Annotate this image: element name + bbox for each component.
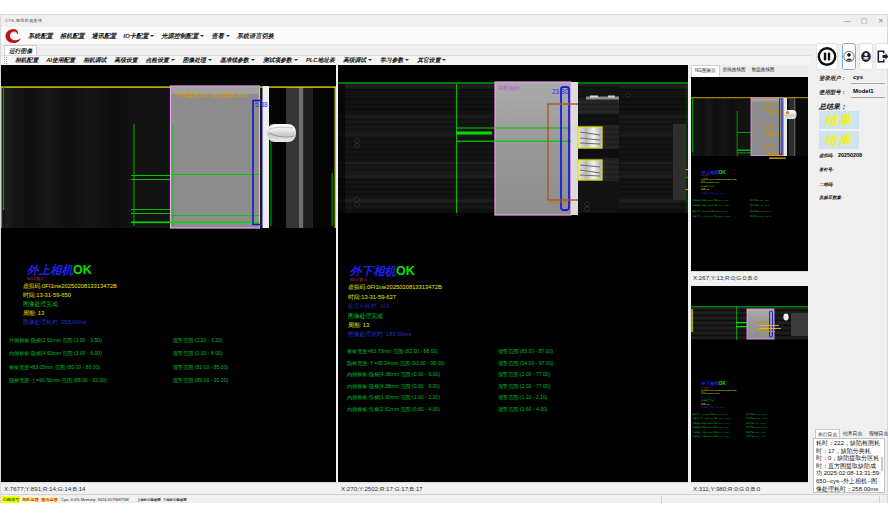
- dropdown-arrow-icon: [405, 59, 409, 61]
- ng-count-text: NG次数:1: [27, 276, 43, 281]
- barcode-text: 虚拟码:0FI1ine2025020813313472B: [23, 282, 117, 289]
- user-login-button[interactable]: [842, 43, 856, 70]
- svg-text:报警范围:(0.00 - 8.00): 报警范围:(0.00 - 8.00): [173, 350, 223, 357]
- dropdown-arrow-icon: [171, 59, 175, 61]
- tool-plc-address[interactable]: PLC地址表: [306, 56, 335, 65]
- svg-text:内侧极板-隐极[4.38mm 范围:(0.00 - 9.00: 内侧极板-隐极[4.38mm 范围:(0.00 - 9.00): [347, 371, 440, 378]
- tab-roi-2: [578, 160, 602, 180]
- blue-measure-value: 23.80: [552, 88, 569, 95]
- process-done-text: 图像处理完成: [23, 300, 58, 308]
- user-lock-button[interactable]: [859, 43, 873, 70]
- menu-item-light-control-config[interactable]: 光源控制配置: [161, 32, 204, 41]
- tab-error-log[interactable]: 报错日志: [867, 429, 888, 438]
- svg-text:外上相机OK: 外上相机OK: [26, 263, 92, 277]
- process-done-text: 图像处理完成: [348, 312, 383, 320]
- menu-item-comm-config[interactable]: 通讯配置: [92, 32, 117, 41]
- tab-line-chart[interactable]: 折线曲线图: [720, 65, 749, 77]
- user-icon: [843, 44, 855, 69]
- dropdown-arrow-icon: [150, 35, 154, 37]
- tool-image-processing[interactable]: 图像处理: [183, 56, 212, 65]
- title-bar: CYS-视觉检测系统 — ▢ ✕: [1, 15, 887, 27]
- maximize-button[interactable]: ▢: [856, 15, 872, 26]
- svg-text:报警范围:(89.00 - 91.00): 报警范围:(89.00 - 91.00): [173, 377, 229, 384]
- tool-advanced-settings[interactable]: 高级设置: [114, 56, 137, 65]
- menu-item-view[interactable]: 查看: [211, 32, 229, 41]
- user-lock-icon: [860, 44, 872, 69]
- ng-count-text: NG次数:0: [350, 277, 366, 282]
- log-scrollbar[interactable]: [881, 457, 883, 471]
- tab-slot-assembly: [578, 86, 619, 213]
- svg-text:报警范围:(2.20 - 3.20): 报警范围:(2.20 - 3.20): [173, 337, 223, 344]
- svg-text:报警范围:(2.00 - 77.00): 报警范围:(2.00 - 77.00): [498, 383, 551, 390]
- tab-data-chart[interactable]: 数据曲线图: [749, 65, 778, 77]
- svg-text:隐极宽度-下=95.24mm 范围:(93.00 - 98.: 隐极宽度-下=95.24mm 范围:(93.00 - 98.00): [693, 416, 732, 420]
- menu-item-io-card-config[interactable]: IO卡配置: [123, 32, 154, 41]
- menu-item-language-switch[interactable]: 系统语言切换: [237, 32, 274, 41]
- svg-text:极板宽度=83.73mm 范围:(82.00 - 88.00: 极板宽度=83.73mm 范围:(82.00 - 88.00): [346, 348, 438, 355]
- svg-text:报警范围:(2.20 - 3.20): 报警范围:(2.20 - 3.20): [750, 198, 770, 202]
- result-badge-lower: 结果: [819, 131, 859, 149]
- svg-text:内侧极板-隐极[4.38mm 范围:(0.00 - 9.00: 内侧极板-隐极[4.38mm 范围:(0.00 - 9.00): [693, 421, 730, 425]
- statusbar-divider: [879, 496, 880, 503]
- ai-box-label: AI检测框: [498, 85, 520, 92]
- tool-camera-debug[interactable]: 相机调试: [83, 56, 106, 65]
- tool-test-item-params[interactable]: 测试项参数: [263, 56, 298, 65]
- camera-name-text: 外下相机: [349, 265, 397, 277]
- svg-text:内侧极板-负极]2.61mm 范围:(0.60 - 4.00: 内侧极板-负极]2.61mm 范围:(0.60 - 4.00): [347, 406, 440, 413]
- svg-text:图像处理完成: 图像处理完成: [701, 184, 715, 188]
- mini-view-lower[interactable]: 外下相机OK NG次数:0 虚拟码:0FI1ine202502081331347…: [691, 286, 808, 482]
- tab-result-log[interactable]: 结果日志: [841, 429, 864, 438]
- log-textarea[interactable]: 耗时：222，缺陷检测耗时：17，缺陷分类耗时：0，缺陷提取分区耗时：直方图提取…: [813, 438, 885, 493]
- tool-other-settings[interactable]: 其它设置: [417, 56, 446, 65]
- svg-text:报警范围:(0.60 - 4.00): 报警范围:(0.60 - 4.00): [498, 406, 548, 413]
- mini-upper-scene: 外上相机OK NG次数:1 虚拟码:0FI1ine202502081331347…: [691, 77, 808, 271]
- menu-items: 系统配置 相机配置 通讯配置 IO卡配置 光源控制配置 查看 系统语言切换: [28, 27, 274, 45]
- mini-view-upper[interactable]: 外上相机OK NG次数:1 虚拟码:0FI1ine202502081331347…: [691, 77, 808, 271]
- camera-upper-scene: 平均阈值:93, 动态阈值:100 5.88 外上相机OK NG次数:1 虚拟码…: [1, 65, 336, 482]
- tool-baseline-params[interactable]: 基准线参数: [220, 56, 255, 65]
- svg-text:内侧极板-负极]2.61mm 范围:(0.60 - 4.00: 内侧极板-负极]2.61mm 范围:(0.60 - 4.00): [693, 435, 730, 438]
- login-user-value[interactable]: cys: [853, 74, 863, 80]
- svg-text:报警范围:(94.00 - 97.00): 报警范围:(94.00 - 97.00): [746, 416, 768, 420]
- vcode-label: 虚拟码:: [819, 153, 834, 158]
- close-button[interactable]: ✕: [873, 15, 888, 26]
- svg-text:极板宽度=83.05mm 范围:(80.00 - 86.00: 极板宽度=83.05mm 范围:(80.00 - 86.00): [8, 364, 100, 371]
- dropdown-arrow-icon: [226, 35, 230, 37]
- camera-view-lower[interactable]: AI检测框 23.80: [338, 65, 688, 482]
- svg-text:报警范围:(2.00 - 77.00): 报警范围:(2.00 - 77.00): [498, 371, 551, 378]
- comm-connect-badge: 通讯连接: [41, 496, 58, 503]
- camera-lower-scene: AI检测框 23.80: [338, 65, 688, 482]
- qr-code-label: 二维码:: [819, 182, 834, 187]
- menu-item-camera-config[interactable]: 相机配置: [60, 32, 85, 41]
- tab-ng-image[interactable]: NG图展示: [691, 65, 720, 77]
- tab-roi-1: [578, 127, 602, 148]
- app-window: CYS-视觉检测系统 — ▢ ✕ 系统配置 相机配置 通讯配置 IO卡配置 光源…: [0, 14, 888, 503]
- minimize-button[interactable]: —: [839, 15, 855, 26]
- svg-text:极板宽度=83.73mm 范围:(82.00 - 88.00: 极板宽度=83.73mm 范围:(82.00 - 88.00): [692, 413, 729, 416]
- tool-learning-params[interactable]: 学习参数: [380, 56, 409, 65]
- svg-text:内侧极板-隐极]4.38mm 范围:(0.00 - 9.00: 内侧极板-隐极]4.38mm 范围:(0.00 - 9.00): [347, 383, 440, 390]
- menu-item-system-config[interactable]: 系统配置: [28, 32, 53, 41]
- camera-view-upper[interactable]: 平均阈值:93, 动态阈值:100 5.88 外上相机OK NG次数:1 虚拟码…: [1, 65, 336, 482]
- tool-spot-check[interactable]: 点检设置: [146, 56, 175, 65]
- tool-camera-config[interactable]: 相机配置: [15, 56, 38, 65]
- camera-name-text: 外上相机: [26, 264, 74, 276]
- statusbar-divider: [661, 496, 662, 503]
- svg-text:报警范围:(2.00 - 77.00): 报警范围:(2.00 - 77.00): [746, 425, 767, 429]
- time-text: 时间:13-31-59-627: [348, 294, 396, 301]
- model-value[interactable]: Model1: [853, 88, 874, 94]
- blue-measure-value: 5.88: [255, 101, 268, 108]
- login-user-label: 登录用户：: [819, 75, 846, 82]
- threshold-overlay-text: 平均阈值:93, 动态阈值:100: [174, 91, 246, 99]
- tool-advanced-debug[interactable]: 高级调试: [343, 56, 372, 65]
- exit-button[interactable]: [875, 43, 888, 70]
- electrode-tab-blob: [785, 110, 797, 119]
- tool-ai-use-config[interactable]: AI使用配置: [46, 56, 75, 65]
- tab-exec-log[interactable]: 执行日志: [815, 429, 840, 438]
- pause-button[interactable]: [816, 43, 838, 70]
- tab-run-image[interactable]: 运行图像: [4, 45, 37, 55]
- tab-row: 运行图像: [1, 45, 811, 55]
- svg-text:内侧极板-隐极[4.60mm 范围:(3.00 - 6.00: 内侧极板-隐极[4.60mm 范围:(3.00 - 6.00): [693, 203, 730, 207]
- process-time-text: 图像处理耗时: 258.00ms: [23, 318, 87, 326]
- svg-text:报警范围:(89.00 - 91.00): 报警范围:(89.00 - 91.00): [750, 214, 772, 218]
